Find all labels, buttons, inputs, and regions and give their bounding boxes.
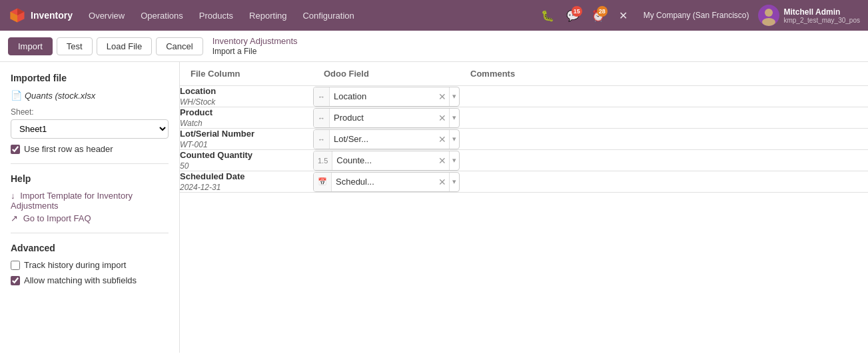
top-nav: Inventory Overview Operations Products R… <box>0 0 868 31</box>
file-name: Quants (stock.xlsx <box>25 91 95 101</box>
file-col-name: Lot/Serial Number <box>180 129 313 139</box>
file-icon: 📄 <box>11 90 22 101</box>
header-comments: Comments <box>460 62 868 86</box>
track-history-checkbox[interactable] <box>11 261 20 270</box>
sheet-label: Sheet: <box>11 107 169 117</box>
main-content: Imported file 📄 Quants (stock.xlsx Sheet… <box>0 62 868 353</box>
file-column-cell: Scheduled Date 2024-12-31 <box>180 171 313 193</box>
nav-item-configuration[interactable]: Configuration <box>294 0 362 31</box>
clear-field-icon[interactable]: ✕ <box>436 91 449 102</box>
odoo-field-select[interactable]: ↔ Product ✕ ▾ <box>313 108 460 128</box>
app-logo[interactable]: Inventory <box>8 6 73 25</box>
field-dropdown-icon[interactable]: ▾ <box>449 87 459 106</box>
file-column-cell: Lot/Serial Number WT-001 <box>180 129 313 150</box>
header-odoo-field: Odoo Field <box>313 62 460 86</box>
mapping-table: File Column Odoo Field Comments Location… <box>180 62 868 193</box>
field-dropdown-icon[interactable]: ▾ <box>449 109 459 127</box>
right-panel: File Column Odoo Field Comments Location… <box>180 62 868 353</box>
chat-badge: 15 <box>572 6 582 17</box>
table-row: Counted Quantity 50 1.5 Counte... ✕ ▾ <box>180 150 868 171</box>
user-menu[interactable]: Mitchell Admin kmp_2_test_may_30_pos <box>758 5 860 26</box>
wrench-icon-button[interactable]: ✕ <box>613 5 634 26</box>
file-column-cell: Counted Quantity 50 <box>180 150 313 171</box>
table-row: Location WH/Stock ↔ Location ✕ ▾ <box>180 86 868 107</box>
table-row: Scheduled Date 2024-12-31 📅 Schedul... ✕… <box>180 171 868 193</box>
field-type-icon: ↔ <box>314 130 330 149</box>
test-button[interactable]: Test <box>57 37 93 55</box>
odoo-field-cell: ↔ Product ✕ ▾ <box>313 107 460 129</box>
odoo-field-select[interactable]: ↔ Lot/Ser... ✕ ▾ <box>313 129 460 149</box>
comments-cell <box>460 107 868 129</box>
clock-badge: 28 <box>597 6 608 17</box>
track-history-row: Track history during import <box>11 260 169 270</box>
file-col-name: Location <box>180 86 313 96</box>
comments-cell <box>460 150 868 171</box>
track-history-label: Track history during import <box>24 260 126 270</box>
use-first-row-checkbox[interactable] <box>11 145 20 154</box>
odoo-field-value: Product <box>330 113 436 123</box>
nav-item-reporting[interactable]: Reporting <box>241 0 294 31</box>
file-col-sample: 2024-12-31 <box>180 183 313 192</box>
header-file-column: File Column <box>180 62 313 86</box>
file-column-cell: Location WH/Stock <box>180 86 313 107</box>
odoo-field-value: Schedul... <box>332 177 436 187</box>
file-column-cell: Product Watch <box>180 107 313 129</box>
load-file-button[interactable]: Load File <box>97 37 152 55</box>
user-name: Mitchell Admin <box>783 7 860 17</box>
use-first-row-label: Use first row as header <box>24 144 113 154</box>
breadcrumb: Inventory Adjustments Import a File <box>213 36 298 56</box>
bug-icon-button[interactable]: 🐛 <box>537 5 558 26</box>
table-row: Lot/Serial Number WT-001 ↔ Lot/Ser... ✕ … <box>180 129 868 150</box>
breadcrumb-parent[interactable]: Inventory Adjustments <box>213 36 298 46</box>
file-col-name: Product <box>180 107 313 117</box>
company-name: My Company (San Francisco) <box>644 11 749 20</box>
imported-file-title: Imported file <box>11 73 169 83</box>
left-panel: Imported file 📄 Quants (stock.xlsx Sheet… <box>0 62 180 353</box>
clear-field-icon[interactable]: ✕ <box>436 177 449 187</box>
use-first-row-row: Use first row as header <box>11 144 169 154</box>
odoo-field-value: Lot/Ser... <box>330 134 436 144</box>
allow-matching-label: Allow matching with subfields <box>24 275 137 285</box>
import-faq-link[interactable]: ↗ Go to Import FAQ <box>11 213 169 223</box>
svg-point-4 <box>762 18 775 26</box>
advanced-title: Advanced <box>11 243 169 253</box>
file-col-sample: Watch <box>180 119 313 128</box>
comments-cell <box>460 86 868 107</box>
nav-item-operations[interactable]: Operations <box>133 0 191 31</box>
file-col-sample: 50 <box>180 161 313 171</box>
toolbar: Import Test Load File Cancel Inventory A… <box>0 31 868 62</box>
field-dropdown-icon[interactable]: ▾ <box>449 173 459 191</box>
field-dropdown-icon[interactable]: ▾ <box>449 130 459 149</box>
help-title: Help <box>11 173 169 184</box>
allow-matching-checkbox[interactable] <box>11 276 20 285</box>
field-type-icon: 1.5 <box>314 151 332 170</box>
clear-field-icon[interactable]: ✕ <box>436 134 449 145</box>
clock-icon-button[interactable]: ⏰ 28 <box>588 5 609 26</box>
nav-item-overview[interactable]: Overview <box>81 0 133 31</box>
nav-item-products[interactable]: Products <box>191 0 241 31</box>
import-template-link[interactable]: ↓ Import Template for Inventory Adjustme… <box>11 191 169 211</box>
clear-field-icon[interactable]: ✕ <box>436 155 449 166</box>
import-button[interactable]: Import <box>8 37 53 55</box>
odoo-field-value: Location <box>330 91 436 101</box>
table-row: Product Watch ↔ Product ✕ ▾ <box>180 107 868 129</box>
field-type-icon: ↔ <box>314 87 330 106</box>
odoo-field-value: Counte... <box>332 155 436 165</box>
odoo-field-select[interactable]: 📅 Schedul... ✕ ▾ <box>313 172 460 192</box>
download-icon: ↓ <box>11 191 15 201</box>
odoo-field-select[interactable]: ↔ Location ✕ ▾ <box>313 87 460 107</box>
comments-cell <box>460 129 868 150</box>
odoo-field-cell: ↔ Location ✕ ▾ <box>313 86 460 107</box>
odoo-field-cell: 📅 Schedul... ✕ ▾ <box>313 171 460 193</box>
cancel-button[interactable]: Cancel <box>156 37 203 55</box>
avatar <box>758 5 779 26</box>
app-name: Inventory <box>31 10 73 21</box>
allow-matching-row: Allow matching with subfields <box>11 275 169 285</box>
clear-field-icon[interactable]: ✕ <box>436 113 449 123</box>
chat-icon-button[interactable]: 💬 15 <box>562 5 584 26</box>
odoo-field-cell: ↔ Lot/Ser... ✕ ▾ <box>313 129 460 150</box>
odoo-field-select[interactable]: 1.5 Counte... ✕ ▾ <box>313 151 460 171</box>
field-dropdown-icon[interactable]: ▾ <box>449 151 459 170</box>
odoo-field-cell: 1.5 Counte... ✕ ▾ <box>313 150 460 171</box>
sheet-select[interactable]: Sheet1 <box>11 119 169 139</box>
